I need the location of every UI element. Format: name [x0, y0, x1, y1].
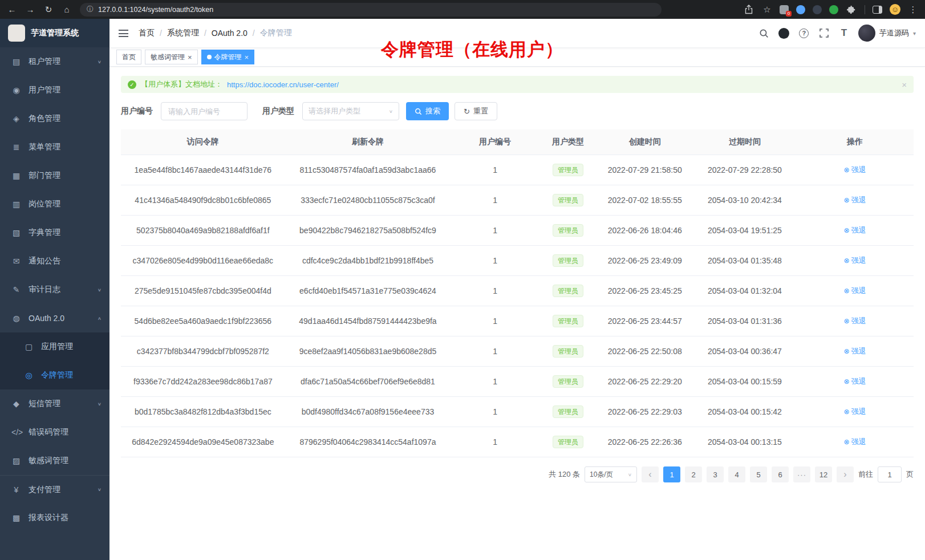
app-title: 芋道管理系统 [31, 28, 79, 38]
user-name: 芋道源码 [879, 28, 909, 38]
force-logout-icon: ⊗ [844, 287, 850, 295]
success-check-icon: ✓ [128, 80, 136, 89]
breadcrumb-item[interactable]: 首页 [139, 28, 155, 38]
force-logout-button[interactable]: ⊗强退 [844, 225, 866, 236]
extension-icon-blue[interactable] [796, 5, 805, 14]
sidebar-item-sms[interactable]: ◆短信管理∨ [0, 389, 109, 418]
share-icon[interactable] [743, 4, 754, 15]
force-logout-button[interactable]: ⊗强退 [844, 316, 866, 326]
sidebar-item-user[interactable]: ◉用户管理 [0, 76, 109, 104]
site-info-icon[interactable]: ⓘ [87, 5, 94, 14]
sidebar-item-oauth2[interactable]: ◍OAuth 2.0∧ [0, 304, 109, 332]
sidebar-item-menu[interactable]: ≣菜单管理 [0, 133, 109, 161]
close-icon[interactable]: × [902, 80, 907, 90]
breadcrumb-item[interactable]: OAuth 2.0 [212, 29, 248, 38]
back-icon[interactable]: ← [7, 5, 17, 14]
user-id-input[interactable] [161, 102, 248, 120]
search-button[interactable]: 搜索 [406, 102, 449, 120]
column-header: 用户编号 [451, 129, 539, 155]
force-logout-button[interactable]: ⊗强退 [844, 437, 866, 447]
force-logout-button[interactable]: ⊗强退 [844, 195, 866, 205]
tab-home[interactable]: 首页 [116, 50, 141, 64]
table-row: 54d6be82ee5a460a9aedc1f9bf22365649d1aa46… [121, 306, 914, 336]
page-button-5[interactable]: 5 [750, 466, 767, 482]
goto-page-input[interactable] [878, 466, 902, 482]
page-size-select[interactable]: 10条/页 ∨ [585, 466, 637, 482]
sidebar-item-report-designer[interactable]: ▩报表设计器 [0, 504, 109, 532]
access-token-cell: 54d6be82ee5a460a9aedc1f9bf223656 [121, 306, 285, 336]
help-icon[interactable]: ? [798, 27, 810, 39]
page-button-6[interactable]: 6 [772, 466, 789, 482]
sidebar-item-post[interactable]: ▥岗位管理 [0, 190, 109, 218]
force-logout-button[interactable]: ⊗强退 [844, 346, 866, 356]
create-time-cell: 2022-06-25 22:29:03 [597, 397, 693, 427]
action-cell: ⊗强退 [796, 427, 914, 457]
page-button-2[interactable]: 2 [685, 466, 702, 482]
doc-link[interactable]: https://doc.iocoder.cn/user-center/ [227, 80, 339, 89]
force-logout-button[interactable]: ⊗强退 [844, 165, 866, 175]
force-logout-button[interactable]: ⊗强退 [844, 286, 866, 296]
close-icon[interactable]: × [245, 54, 249, 61]
force-logout-button[interactable]: ⊗强退 [844, 407, 866, 417]
github-icon[interactable] [778, 27, 790, 39]
page-ellipsis-button[interactable]: ··· [793, 466, 810, 482]
tab-sensitive-word[interactable]: 敏感词管理× [145, 50, 198, 64]
forward-icon[interactable]: → [25, 5, 35, 14]
breadcrumb-item[interactable]: 系统管理 [167, 28, 199, 38]
sidebar-item-notice[interactable]: ✉通知公告 [0, 247, 109, 275]
sidebar-item-oauth2-app[interactable]: ▢应用管理 [0, 332, 109, 361]
user-type-select[interactable]: 请选择用户类型 ∨ [302, 102, 399, 120]
create-time-cell: 2022-06-26 18:04:46 [597, 216, 693, 246]
sidebar-item-dict[interactable]: ▧字典管理 [0, 218, 109, 247]
sidebar-item-label: 角色管理 [29, 113, 60, 124]
extension-icon-dark[interactable] [813, 5, 822, 14]
sidebar-item-pay[interactable]: ¥支付管理∨ [0, 475, 109, 504]
collapse-sidebar-icon[interactable] [119, 30, 128, 37]
extension-icon-green[interactable] [829, 5, 838, 14]
browser-profile-avatar[interactable]: ☺ [890, 4, 900, 15]
sidebar-item-audit-log[interactable]: ✎审计日志∨ [0, 275, 109, 304]
reset-button[interactable]: ↻ 重置 [455, 102, 497, 120]
page-button-1[interactable]: 1 [663, 466, 680, 482]
user-menu[interactable]: 芋道源码 ▾ [858, 25, 916, 42]
close-icon[interactable]: × [188, 54, 192, 61]
browser-menu-icon[interactable]: ⋮ [908, 5, 918, 15]
table-body: 1ea5e44f8bc1467aaede43144f31de76811c5304… [121, 155, 914, 457]
sidebar-item-sensitive-word[interactable]: ▨敏感词管理 [0, 447, 109, 475]
reload-icon[interactable]: ↻ [43, 5, 54, 15]
user-id-cell: 1 [451, 306, 539, 336]
sidebar-item-dept[interactable]: ▦部门管理 [0, 161, 109, 190]
home-icon[interactable]: ⌂ [62, 5, 72, 14]
search-icon[interactable] [758, 27, 770, 39]
user-id-cell: 1 [451, 185, 539, 216]
action-cell: ⊗强退 [796, 306, 914, 336]
next-page-button[interactable]: › [837, 466, 854, 482]
prev-page-button[interactable]: ‹ [642, 466, 659, 482]
fullscreen-icon[interactable] [818, 27, 830, 39]
app-logo[interactable]: 芋道管理系统 [0, 19, 109, 47]
page-button-12[interactable]: 12 [815, 466, 832, 482]
page-button-4[interactable]: 4 [728, 466, 745, 482]
extensions-puzzle-icon[interactable] [846, 4, 857, 15]
sidebar-item-error-code[interactable]: </>错误码管理 [0, 418, 109, 447]
sidebar-item-tenant[interactable]: ▤租户管理∨ [0, 47, 109, 76]
address-bar[interactable]: ⓘ 127.0.0.1:1024/system/oauth2/token [80, 3, 662, 17]
force-logout-button[interactable]: ⊗强退 [844, 376, 866, 387]
create-time-cell: 2022-06-25 23:45:25 [597, 276, 693, 306]
tab-token[interactable]: 令牌管理× [201, 50, 255, 64]
expire-time-cell: 2054-03-04 19:51:25 [693, 216, 797, 246]
role-icon: ◈ [11, 114, 21, 123]
page-button-3[interactable]: 3 [707, 466, 724, 482]
bookmark-star-icon[interactable]: ☆ [762, 5, 772, 15]
font-size-icon[interactable]: T [838, 27, 850, 39]
force-logout-button[interactable]: ⊗强退 [844, 255, 866, 266]
user-type-cell: 管理员 [539, 276, 597, 306]
browser-toolbar: ← → ↻ ⌂ ⓘ 127.0.0.1:1024/system/oauth2/t… [0, 0, 925, 19]
extension-icon-badged[interactable]: 0 [780, 5, 789, 14]
sidebar-item-oauth2-token[interactable]: ◎令牌管理 [0, 361, 109, 389]
sidebar-item-role[interactable]: ◈角色管理 [0, 104, 109, 133]
post-icon: ▥ [11, 200, 21, 209]
side-panel-icon[interactable] [873, 6, 882, 14]
user-type-cell: 管理员 [539, 397, 597, 427]
chevron-down-icon: ∨ [98, 59, 102, 64]
